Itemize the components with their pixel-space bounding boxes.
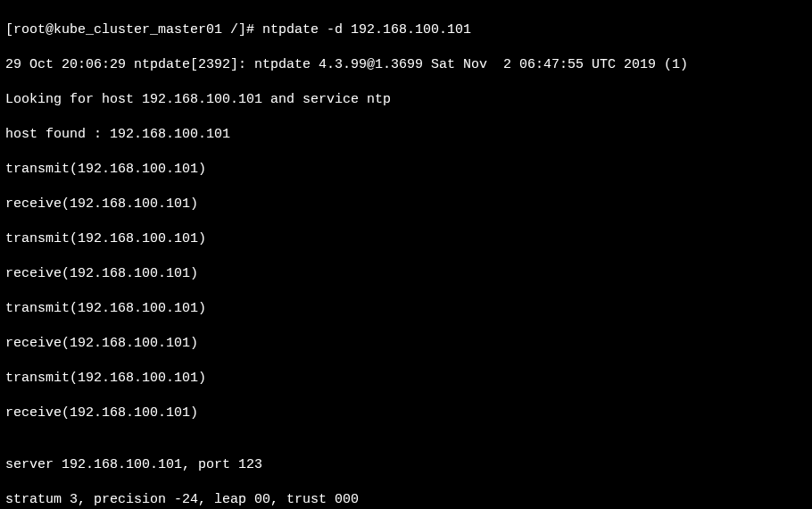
output-line: receive(192.168.100.101) <box>5 405 807 422</box>
output-line: transmit(192.168.100.101) <box>5 230 807 248</box>
output-line: transmit(192.168.100.101) <box>5 300 807 318</box>
cmd-line-1: [root@kube_cluster_master01 /]# ntpdate … <box>5 21 807 39</box>
output-line: stratum 3, precision -24, leap 00, trust… <box>5 491 807 509</box>
output-line: server 192.168.100.101, port 123 <box>5 456 807 474</box>
output-line: receive(192.168.100.101) <box>5 335 807 353</box>
output-line: receive(192.168.100.101) <box>5 196 807 213</box>
output-line: host found : 192.168.100.101 <box>5 126 807 144</box>
command-text: ntpdate -d 192.168.100.101 <box>262 22 471 38</box>
output-line: Looking for host 192.168.100.101 and ser… <box>5 91 807 109</box>
output-line: receive(192.168.100.101) <box>5 265 807 283</box>
output-line: transmit(192.168.100.101) <box>5 370 807 388</box>
output-line: 29 Oct 20:06:29 ntpdate[2392]: ntpdate 4… <box>5 56 807 74</box>
output-line: transmit(192.168.100.101) <box>5 161 807 179</box>
terminal[interactable]: [root@kube_cluster_master01 /]# ntpdate … <box>0 0 812 509</box>
prompt: [root@kube_cluster_master01 /]# <box>5 22 262 38</box>
